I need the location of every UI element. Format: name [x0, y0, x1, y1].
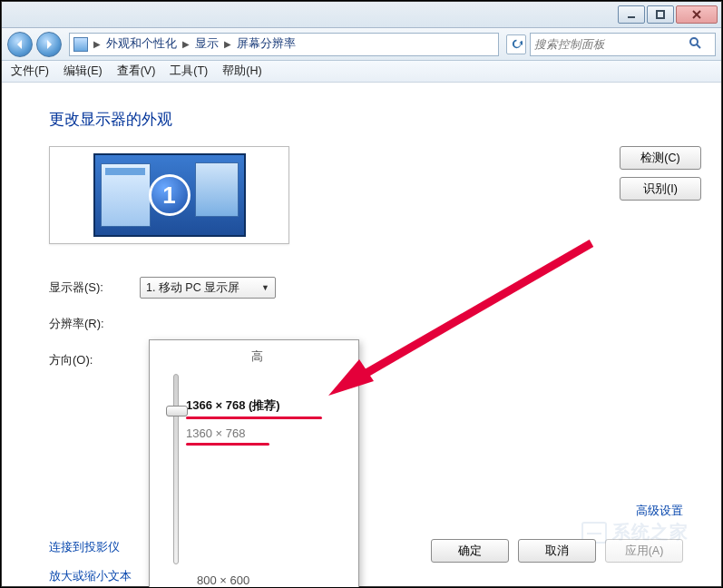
search-input[interactable]: [534, 38, 689, 51]
resolution-option-recommended[interactable]: 1366 × 768 (推荐): [186, 397, 346, 414]
display-number-badge: 1: [149, 174, 191, 216]
chevron-down-icon: ▼: [261, 283, 269, 292]
content-pane: 更改显示器的外观 1 检测(C) 识别(I) 显示器(S): 1. 移动 PC …: [22, 96, 701, 568]
menu-file[interactable]: 文件(F): [11, 64, 49, 79]
navigation-bar: ▶ 外观和个性化 ▶ 显示 ▶ 屏幕分辨率: [2, 28, 721, 61]
display-select-value: 1. 移动 PC 显示屏: [146, 280, 239, 296]
breadcrumb-resolution[interactable]: 屏幕分辨率: [237, 36, 296, 52]
desktop-thumbnail-icon: [101, 163, 151, 227]
maximize-button[interactable]: [647, 5, 674, 24]
back-button[interactable]: [7, 32, 33, 57]
chevron-right-icon: ▶: [181, 39, 191, 49]
window-thumbnail-icon: [195, 162, 239, 217]
page-title: 更改显示器的外观: [49, 109, 701, 130]
menu-tools[interactable]: 工具(T): [170, 64, 208, 79]
display-label: 显示器(S):: [49, 279, 140, 296]
projector-link[interactable]: 连接到投影仪: [49, 539, 132, 555]
breadcrumb-display[interactable]: 显示: [195, 36, 219, 52]
annotation-underline: [186, 443, 269, 446]
display-preview-monitor: 1: [93, 153, 246, 237]
annotation-underline: [186, 416, 322, 419]
monitor-icon: [73, 37, 88, 52]
detect-button[interactable]: 检测(C): [620, 146, 701, 170]
apply-button[interactable]: 应用(A): [605, 539, 683, 563]
advanced-settings-link[interactable]: 高级设置: [636, 503, 683, 519]
menu-view[interactable]: 查看(V): [117, 64, 156, 79]
forward-button[interactable]: [36, 32, 62, 57]
breadcrumb[interactable]: ▶ 外观和个性化 ▶ 显示 ▶ 屏幕分辨率: [69, 33, 499, 56]
ok-button[interactable]: 确定: [431, 539, 509, 563]
resolution-option-second[interactable]: 1360 × 768: [186, 426, 346, 440]
identify-button[interactable]: 识别(I): [620, 177, 701, 201]
resolution-slider-popup: 高 1366 × 768 (推荐) 1360 × 768 800 × 600: [149, 339, 359, 588]
menu-bar: 文件(F) 编辑(E) 查看(V) 工具(T) 帮助(H): [2, 61, 721, 83]
slider-high-label: 高: [168, 349, 346, 365]
resolution-option-low[interactable]: 800 × 600: [197, 573, 346, 587]
search-icon: [689, 36, 701, 53]
svg-rect-1: [657, 11, 664, 18]
resolution-slider-thumb[interactable]: [166, 406, 188, 416]
orientation-label: 方向(O):: [49, 352, 140, 368]
svg-line-5: [697, 44, 700, 48]
search-box[interactable]: [530, 33, 716, 56]
menu-help[interactable]: 帮助(H): [222, 64, 261, 79]
cancel-button[interactable]: 取消: [518, 539, 596, 563]
chevron-right-icon: ▶: [222, 39, 233, 49]
refresh-button[interactable]: [506, 34, 526, 54]
display-preview-frame[interactable]: 1: [49, 146, 289, 244]
display-select[interactable]: 1. 移动 PC 显示屏 ▼: [140, 277, 276, 299]
text-size-link[interactable]: 放大或缩小文本: [49, 568, 132, 584]
breadcrumb-appearance[interactable]: 外观和个性化: [106, 36, 177, 52]
menu-edit[interactable]: 编辑(E): [64, 64, 103, 79]
window-titlebar: [2, 2, 721, 28]
minimize-button[interactable]: [618, 5, 645, 24]
resolution-slider-track[interactable]: [173, 374, 179, 564]
chevron-right-icon: ▶: [92, 39, 103, 49]
resolution-label: 分辨率(R):: [49, 316, 140, 332]
svg-point-4: [690, 38, 698, 45]
close-button[interactable]: [676, 5, 718, 24]
